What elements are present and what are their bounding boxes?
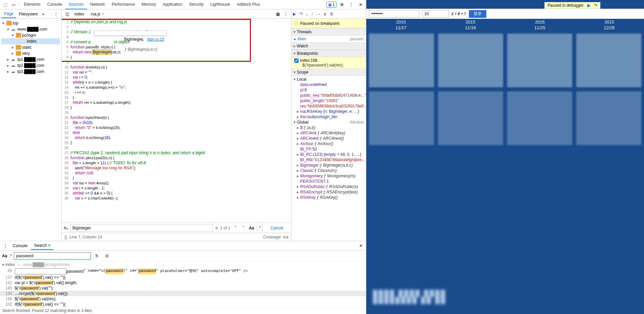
code-line[interactable]: function pkcs1pad2(s,n) { [70,155,291,161]
close-icon[interactable]: ✕ [357,1,364,8]
breakpoints-header[interactable]: ▾Breakpoints [291,50,366,57]
panel-tab-console[interactable]: Console [44,0,65,9]
code-editor[interactable]: 1234567891011121314151617181920212223242… [62,19,291,223]
pill-step-icon[interactable]: ↷ [594,3,597,8]
scope-header[interactable]: ▾Scope [291,69,366,76]
inspect-icon[interactable]: ⬚ [2,1,9,8]
code-line[interactable]: return ret + s.substring(i,s.length); [70,100,291,105]
thread-main[interactable]: ▸Mainpaused [291,36,366,42]
panel-tab-memory[interactable]: Memory [138,0,159,9]
panel-tab-adblock-plus[interactable]: Adblock Plus [233,0,263,9]
clear-search-icon[interactable]: ⊘ [104,253,110,259]
thumbnail[interactable] [369,34,434,87]
scope-variable[interactable]: public_length: "10001" [293,98,365,103]
find-cancel[interactable]: Cancel [265,225,289,231]
nav-more-icon[interactable]: ⋮ [52,12,60,16]
code-line[interactable]: var c = s.charCodeAt(i--); [70,196,291,201]
code-line[interactable]: var ret = ""; [70,70,291,75]
find-next-icon[interactable]: ˅ [240,225,247,231]
code-line[interactable]: // Depends on jsbn.js and rng.js [70,19,291,25]
code-line[interactable]: ret += s.substring(i,i+n) + "\n"; [70,85,291,90]
search-result-line[interactable]: 142var pl = $('#password').val().length; [0,280,366,285]
step-over-icon[interactable]: ↷ [299,11,303,16]
search-input[interactable] [14,252,91,260]
file-tab[interactable]: rsa.js× [88,10,108,18]
tooltip-link[interactable]: jsbn.js:15 [147,37,164,42]
find-case-icon[interactable]: Aₐ [64,226,68,230]
tab-close-icon[interactable]: × [102,12,104,16]
tree-item[interactable]: index [1,38,60,44]
code-line[interactable]: return "0" + b.toString(16); [70,125,291,130]
scope-variable[interactable]: BI_RM: "0123456789abcdefghijklm…" [293,157,365,163]
panel-tab-network[interactable]: Network [87,0,108,9]
thumbnail[interactable] [507,34,572,87]
code-line[interactable]: alert("Message too long for RSA"); [70,166,291,171]
nav-history-icon[interactable]: ◫ [64,11,70,17]
thumbnail[interactable] [507,91,572,145]
step-out-icon[interactable]: ↑ [311,11,314,16]
regex-icon[interactable]: .* [9,254,12,258]
panel-tab-performance[interactable]: Performance [108,0,138,9]
code-line[interactable]: } [70,105,291,110]
search-result-line[interactable]: 202if($('#password').val() == ""){ [0,302,366,307]
messages-badge[interactable]: ▣1 [326,2,336,8]
thumbnail[interactable] [438,34,503,87]
code-line[interactable]: } [70,140,291,145]
file-tab[interactable]: index [71,10,88,18]
scope-variable[interactable]: ▸BigInteger: ƒ BigInteger(a,b,c) [293,163,365,168]
scope-variable[interactable]: pl: 9 [293,87,365,93]
code-line[interactable]: while(i >= 0 && n > 0) { [70,191,291,196]
threads-header[interactable]: ▾Threads [291,28,366,36]
scope-group[interactable]: ▾Local [293,77,365,82]
code-line[interactable]: return b.toString(16); [70,135,291,140]
more-icon[interactable]: ⋮ [348,1,355,8]
settings-gear-icon[interactable]: ⚙ [338,1,345,8]
scope-variable[interactable]: res: "bb5856638dcb3ca03280178e5…" [293,103,365,109]
nav-tab-filesystem[interactable]: Filesystem [16,10,41,18]
code-line[interactable]: function byte2Hex(b) { [70,115,291,120]
search-result-line[interactable]: 156$('#password').val(res); [0,296,366,302]
scope-variable[interactable]: ▸ARC4next: ƒ ARC4next() [293,136,365,141]
nav-tab-page[interactable]: Page [1,10,16,18]
drawer-tab-search[interactable]: Search × [31,242,54,250]
thumbnail[interactable] [438,91,503,145]
search-result-line[interactable]: 89password" name="u[password]" id="passw… [0,268,366,275]
code-line[interactable]: var i = s.length - 1; [70,186,291,191]
scope-variable[interactable]: ▸RSAEncrypt: ƒ RSAEncrypt(text) [293,189,365,195]
drawer-tab-console[interactable]: Console [9,242,31,250]
code-line[interactable]: var ba = new Array(); [70,181,291,186]
scope-variable[interactable]: ▸RSAKey: ƒ RSAKey() [293,195,365,200]
tree-item[interactable]: ▸static [1,44,60,50]
code-line[interactable]: i += n; [70,90,291,95]
code-line[interactable]: while(i + n < s.length) { [70,80,291,85]
tree-item[interactable]: ▾pc/login [1,32,60,38]
code-line[interactable] [70,110,291,115]
editor-more-icon[interactable]: ⋮ [282,11,289,17]
search-result-line[interactable]: 154…ncrypt($('#password').val()); [0,291,366,296]
resume-icon[interactable]: ▶ [293,11,296,16]
scope-variable[interactable]: ▸BI_RC: (123) [empty × 48, 0, 1, …] [293,152,365,157]
scope-variable[interactable]: PERSISTENT: 1 [293,179,365,184]
deactivate-bp-icon[interactable]: ⌀ [324,11,326,16]
find-prev-icon[interactable]: ˄ [232,225,238,231]
code-line[interactable]: } [70,95,291,100]
panel-tab-elements[interactable]: Elements [20,0,44,9]
match-case-toggle[interactable]: Aa [249,225,255,231]
step-icon[interactable]: → [316,11,321,16]
code-line[interactable]: else [70,130,291,135]
search-result-line[interactable]: 145$('#password').val(""); [0,285,366,291]
scope-variable[interactable]: ▸ARC4init: ƒ ARC4init(key) [293,130,365,136]
scope-variable[interactable]: ▸$: ƒ (a,b) [293,125,365,130]
code-line[interactable] [70,145,291,150]
find-input[interactable] [70,224,213,232]
code-line[interactable]: if(n < s.length + 11) { // TODO: fix for… [70,161,291,166]
scope-variable[interactable]: ▸Arcfour: ƒ Arcfour() [293,141,365,146]
pause-exc-icon[interactable]: ⏸ [329,11,334,16]
tree-item[interactable]: ▸tp3.████.com [1,69,60,75]
more-files-icon[interactable]: ▦ [274,11,281,17]
device-mode-icon[interactable]: ▭ [10,1,17,8]
code-line[interactable]: function linebrk(s,n) { [70,65,291,70]
panel-tab-security[interactable]: Security [186,0,207,9]
drawer-more-icon[interactable]: ⋮ [2,242,9,249]
step-into-icon[interactable]: ↓ [306,11,308,16]
